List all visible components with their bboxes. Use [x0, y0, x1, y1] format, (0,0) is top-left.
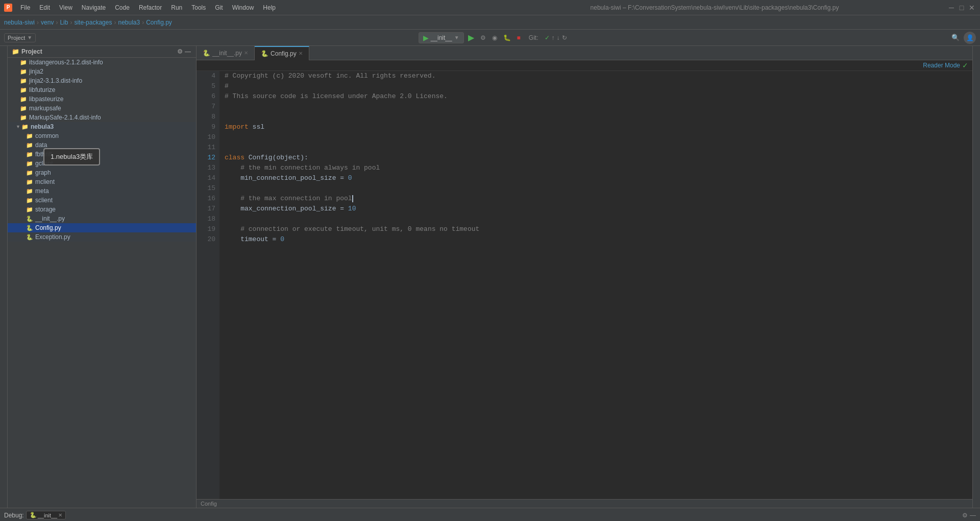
menu-edit[interactable]: Edit	[35, 3, 54, 12]
code-line-12: class Config(object):	[225, 153, 972, 163]
tree-item-common[interactable]: 📁 common	[8, 131, 196, 140]
project-view-toggle[interactable]: Project ▼	[4, 33, 36, 42]
menu-code[interactable]: Code	[111, 3, 134, 12]
run-config-selector[interactable]: ▶ __init__ ▼	[419, 32, 464, 43]
tree-item-sclient[interactable]: 📁 sclient	[8, 196, 196, 205]
tab-config-py-icon: 🐍	[261, 50, 268, 57]
editor-tabs: 🐍 __init__.py ✕ 🐍 Config.py ✕	[197, 46, 972, 60]
run-button[interactable]: ▶	[466, 32, 476, 43]
stop-button[interactable]: ■	[515, 33, 523, 42]
debug-label: Debug:	[4, 512, 24, 519]
user-avatar[interactable]: 👤	[964, 32, 976, 44]
code-editor[interactable]: 4 5 6 7 8 9 10 11 12 13 14 15 16 17 18 1…	[197, 71, 972, 499]
run-config-label: __init__	[431, 34, 452, 41]
tree-item-fbthrift[interactable]: 📁 fbthrift	[8, 150, 196, 159]
tree-item-markupsafe-dist[interactable]: 📁 MarkupSafe-2.1.4.dist-info	[8, 113, 196, 122]
debug-session-close[interactable]: ✕	[58, 512, 62, 518]
tree-item-mclient[interactable]: 📁 mclient	[8, 177, 196, 186]
menu-tools[interactable]: Tools	[187, 3, 210, 12]
tree-item-exception-py[interactable]: 🐍 Exception.py	[8, 232, 196, 242]
code-line-18	[225, 214, 972, 224]
tab-init-py-close[interactable]: ✕	[244, 50, 248, 56]
code-line-16: # the max connection in pool	[225, 194, 972, 204]
menu-navigate[interactable]: Navigate	[78, 3, 110, 12]
right-panel	[972, 46, 980, 508]
code-line-4: # Copyright (c) 2020 vesoft inc. All rig…	[225, 71, 972, 81]
tree-item-itsdangerous[interactable]: 📁 itsdangerous-2.1.2.dist-info	[8, 58, 196, 67]
debug-minimize-icon[interactable]: —	[970, 512, 976, 519]
minimize-button[interactable]: ─	[947, 4, 955, 12]
main-layout: 📁 Project ⚙ — 📁 itsdangerous-2.1.2.dist-…	[0, 46, 980, 508]
profile-button[interactable]: ◉	[490, 33, 499, 42]
tree-item-meta[interactable]: 📁 meta	[8, 186, 196, 196]
breadcrumb-label: Config	[201, 501, 217, 507]
debug-session-label: __init__	[38, 512, 58, 518]
menu-help[interactable]: Help	[259, 3, 280, 12]
project-sidebar: 📁 Project ⚙ — 📁 itsdangerous-2.1.2.dist-…	[8, 46, 197, 508]
coverage-button[interactable]: ⚙	[478, 33, 488, 42]
tree-item-init-py[interactable]: 🐍 __init__.py	[8, 214, 196, 223]
nav-nebula3[interactable]: nebula3	[118, 19, 140, 26]
editor-area: 🐍 __init__.py ✕ 🐍 Config.py ✕ Reader Mod…	[197, 46, 972, 508]
reader-mode-link[interactable]: Reader Mode	[923, 62, 960, 69]
tree-item-jinja2-dist[interactable]: 📁 jinja2-3.1.3.dist-info	[8, 76, 196, 85]
tree-item-libpasteurize[interactable]: 📁 libpasteurize	[8, 94, 196, 104]
sidebar-collapse-icon[interactable]: —	[185, 48, 191, 55]
menu-window[interactable]: Window	[228, 3, 258, 12]
nebula3-section: ▼ 📁 nebula3 📁 common 📁 data 📁 fbthrift	[8, 122, 196, 242]
breadcrumb-bar: Config	[197, 499, 972, 508]
menu-view[interactable]: View	[55, 3, 77, 12]
tree-item-jinja2[interactable]: 📁 jinja2	[8, 67, 196, 76]
nav-site-packages[interactable]: site-packages	[74, 19, 112, 26]
git-checkmark[interactable]: ✓	[545, 34, 550, 41]
run-config-icon: ▶	[423, 34, 429, 42]
tab-init-py[interactable]: 🐍 __init__.py ✕	[197, 46, 255, 60]
debug-session-tab[interactable]: 🐍 __init__ ✕	[26, 511, 66, 519]
menu-file[interactable]: File	[16, 3, 34, 12]
bottom-section: Debug: 🐍 __init__ ✕ ⚙ — ▶ ↓ ↑ ⇥ ⌨ ■ ↺ ⚙	[0, 508, 980, 521]
reader-mode-check: ✓	[962, 61, 968, 69]
project-icon: 📁	[12, 48, 19, 55]
sidebar-title: Project	[21, 48, 42, 55]
tree-item-graph[interactable]: 📁 graph	[8, 168, 196, 177]
project-dropdown-icon[interactable]: ▼	[27, 35, 32, 40]
debug-button[interactable]: 🐛	[501, 33, 513, 42]
tree-item-libfuturize[interactable]: 📁 libfuturize	[8, 85, 196, 94]
tree-item-gclient[interactable]: 📁 gclient	[8, 159, 196, 168]
menu-git[interactable]: Git	[211, 3, 227, 12]
toolbar-git-label: Git:	[525, 34, 543, 41]
search-everywhere-button[interactable]: 🔍	[949, 33, 962, 42]
tree-item-config-py[interactable]: 🐍 Config.py	[8, 223, 196, 232]
code-line-10	[225, 132, 972, 143]
sidebar-settings-icon[interactable]: ⚙	[177, 48, 183, 55]
nav-config-py[interactable]: Config.py	[146, 19, 172, 26]
code-line-9: import ssl	[225, 122, 972, 132]
nav-venv[interactable]: venv	[41, 19, 54, 26]
tree-item-markupsafe[interactable]: 📁 markupsafe	[8, 104, 196, 113]
menu-refactor[interactable]: Refactor	[135, 3, 166, 12]
close-button[interactable]: ✕	[968, 4, 976, 12]
tab-config-py[interactable]: 🐍 Config.py ✕	[255, 46, 309, 60]
code-line-11	[225, 143, 972, 153]
git-up-arrow[interactable]: ↑	[552, 34, 555, 41]
maximize-button[interactable]: □	[958, 4, 966, 12]
tree-item-nebula3[interactable]: ▼ 📁 nebula3	[8, 122, 196, 131]
tree-item-data[interactable]: 📁 data	[8, 140, 196, 150]
menu-run[interactable]: Run	[167, 3, 186, 12]
git-down-arrow[interactable]: ↓	[557, 34, 560, 41]
code-content[interactable]: # Copyright (c) 2020 vesoft inc. All rig…	[219, 71, 972, 499]
debug-settings-icon[interactable]: ⚙	[962, 512, 968, 519]
code-line-13: # the min connection always in pool	[225, 163, 972, 173]
code-line-19: # connection or execute timeout, unit ms…	[225, 224, 972, 234]
left-icon-bar	[0, 46, 8, 508]
nav-lib[interactable]: Lib	[60, 19, 68, 26]
code-line-17: max_connection_pool_size = 10	[225, 204, 972, 214]
tab-config-py-close[interactable]: ✕	[299, 51, 303, 56]
git-refresh[interactable]: ↻	[562, 34, 567, 41]
nav-project[interactable]: nebula-siwi	[4, 19, 35, 26]
code-line-5: #	[225, 81, 972, 91]
tree-item-storage[interactable]: 📁 storage	[8, 205, 196, 214]
window-title: nebula-siwi – F:\ConversationSystem\nebu…	[482, 4, 947, 11]
line-numbers: 4 5 6 7 8 9 10 11 12 13 14 15 16 17 18 1…	[197, 71, 219, 499]
run-config-dropdown[interactable]: ▼	[454, 35, 459, 40]
